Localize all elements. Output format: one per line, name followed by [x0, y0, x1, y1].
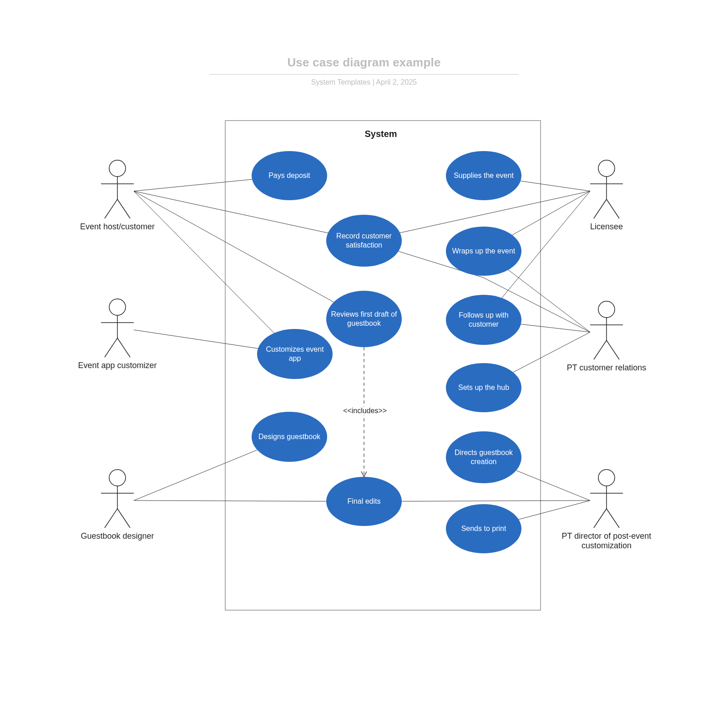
- svg-line-33: [134, 191, 334, 302]
- usecase-label: Sends to print: [457, 522, 511, 535]
- usecase-label: Final edits: [343, 495, 385, 508]
- usecase-designsGuest: Designs guestbook: [252, 412, 327, 462]
- svg-point-16: [598, 160, 615, 177]
- usecase-label: Customizes event app: [257, 343, 333, 365]
- usecase-paysDeposit: Pays deposit: [252, 151, 327, 200]
- actor-ptRelations: [590, 301, 623, 359]
- diagram-title: Use case diagram example: [196, 56, 532, 70]
- svg-point-11: [109, 470, 126, 486]
- usecase-recordSat: Record customer satisfaction: [326, 215, 402, 267]
- svg-point-6: [109, 299, 126, 315]
- actor-label-hostCustomer: Event host/customer: [63, 222, 172, 232]
- svg-line-35: [134, 330, 258, 349]
- usecase-suppliesEvent: Supplies the event: [446, 151, 521, 200]
- svg-line-20: [607, 199, 619, 218]
- actor-label-ptRelations: PT customer relations: [552, 363, 661, 373]
- actor-label-licensee: Licensee: [552, 222, 661, 232]
- usecase-customizesApp: Customizes event app: [257, 329, 333, 379]
- svg-line-9: [105, 338, 117, 357]
- svg-line-15: [117, 509, 130, 528]
- usecase-label: Sets up the hub: [454, 381, 514, 394]
- svg-line-45: [402, 500, 590, 501]
- usecase-label: Follows up with customer: [446, 309, 521, 331]
- svg-line-31: [134, 179, 252, 191]
- svg-line-10: [117, 338, 130, 357]
- svg-line-4: [105, 199, 117, 218]
- actor-guestDesigner: [101, 470, 134, 528]
- svg-line-25: [607, 340, 619, 359]
- usecase-sendsPrint: Sends to print: [446, 504, 521, 553]
- svg-line-34: [134, 191, 274, 333]
- actor-ptDirector: [590, 470, 623, 528]
- usecase-label: Record customer satisfaction: [326, 230, 402, 252]
- usecase-label: Supplies the event: [449, 169, 518, 182]
- usecase-followsUp: Follows up with customer: [446, 295, 521, 345]
- actor-label-appCustomizer: Event app customizer: [63, 361, 172, 370]
- actor-hostCustomer: [101, 160, 134, 218]
- usecase-reviewsDraft: Reviews first draft of guestbook: [326, 291, 402, 347]
- svg-line-47: [519, 500, 590, 520]
- svg-point-21: [598, 301, 615, 318]
- title-block: Use case diagram example System Template…: [196, 56, 532, 86]
- usecase-setsHub: Sets up the hub: [446, 363, 521, 412]
- includes-label: <<includes>>: [341, 407, 389, 415]
- svg-line-38: [521, 181, 590, 191]
- usecase-label: Designs guestbook: [254, 430, 325, 443]
- usecase-label: Directs guestbook creation: [446, 446, 521, 468]
- svg-point-1: [109, 160, 126, 177]
- usecase-label: Reviews first draft of guestbook: [326, 308, 402, 330]
- svg-line-24: [594, 340, 607, 359]
- svg-line-37: [134, 500, 326, 501]
- usecase-label: Wraps up the event: [448, 245, 520, 258]
- actor-appCustomizer: [101, 299, 134, 357]
- actor-licensee: [590, 160, 623, 218]
- diagram-canvas: Use case diagram example System Template…: [0, 0, 728, 728]
- actor-label-guestDesigner: Guestbook designer: [63, 531, 172, 541]
- svg-line-14: [105, 509, 117, 528]
- svg-point-26: [598, 470, 615, 486]
- svg-line-29: [594, 509, 607, 528]
- usecase-directsCreation: Directs guestbook creation: [446, 431, 521, 483]
- actor-label-ptDirector: PT director of post-event customization: [552, 531, 661, 551]
- svg-line-46: [516, 470, 590, 500]
- system-label: System: [365, 129, 397, 139]
- svg-line-19: [594, 199, 607, 218]
- svg-line-43: [521, 324, 590, 332]
- svg-line-36: [134, 450, 257, 500]
- diagram-subtitle: System Templates | April 2, 2025: [196, 78, 532, 86]
- usecase-label: Pays deposit: [264, 169, 315, 182]
- svg-line-30: [607, 509, 619, 528]
- title-rule: [209, 74, 519, 75]
- usecase-finalEdits: Final edits: [326, 477, 402, 526]
- usecase-wrapsEvent: Wraps up the event: [446, 227, 521, 276]
- svg-line-5: [117, 199, 130, 218]
